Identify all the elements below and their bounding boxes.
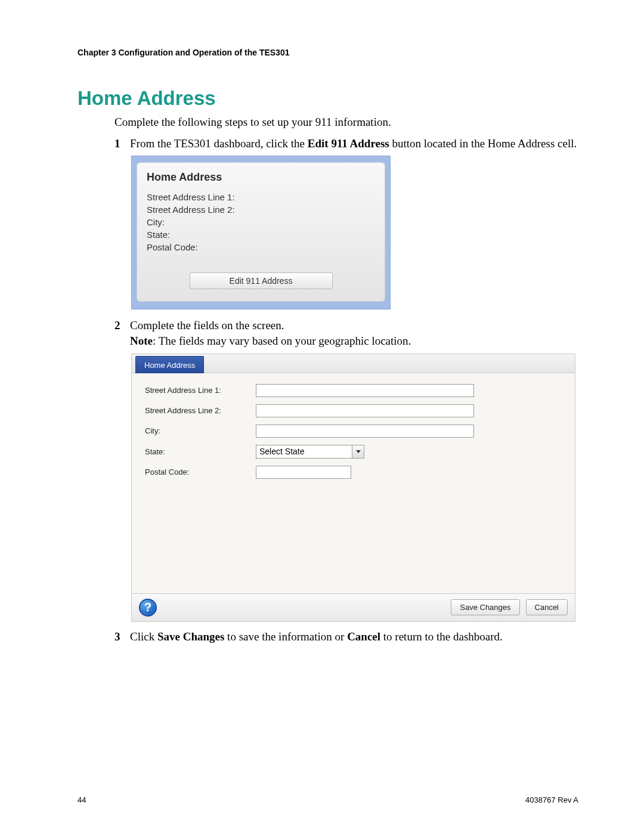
state-selected-value: Select State	[259, 447, 305, 456]
chevron-down-icon	[352, 445, 364, 458]
card-street2-label: Street Address Line 2:	[147, 205, 375, 215]
home-address-card-screenshot: Home Address Street Address Line 1: Stre…	[131, 156, 391, 309]
step-1: 1 From the TES301 dashboard, click the E…	[114, 136, 578, 151]
form-body: Street Address Line 1: Street Address Li…	[132, 373, 575, 593]
footer-buttons: Save Changes Cancel	[451, 599, 568, 615]
label-state: State:	[145, 447, 256, 456]
step3-post: to return to the dashboard.	[380, 630, 503, 643]
step-2: 2 Complete the fields on the screen. Not…	[114, 318, 578, 348]
doc-revision: 4038767 Rev A	[525, 795, 578, 804]
label-street2: Street Address Line 2:	[145, 406, 256, 415]
step3-mid: to save the information or	[224, 630, 347, 643]
row-street1: Street Address Line 1:	[145, 384, 564, 397]
row-street2: Street Address Line 2:	[145, 404, 564, 417]
card-city-label: City:	[147, 217, 375, 227]
tab-home-address[interactable]: Home Address	[135, 356, 204, 373]
step-number: 3	[114, 629, 130, 645]
card-inner: Home Address Street Address Line 1: Stre…	[137, 162, 385, 302]
row-state: State: Select State	[145, 445, 564, 459]
card-postal-label: Postal Code:	[147, 242, 375, 252]
row-city: City:	[145, 425, 564, 438]
step-number: 1	[114, 136, 130, 151]
step3-pre: Click	[130, 630, 157, 643]
cancel-button[interactable]: Cancel	[526, 599, 568, 615]
section-title: Home Address	[78, 87, 578, 110]
save-changes-button[interactable]: Save Changes	[451, 599, 519, 615]
card-street1-label: Street Address Line 1:	[147, 192, 375, 202]
label-city: City:	[145, 426, 256, 435]
card-title: Home Address	[147, 171, 375, 184]
label-postal: Postal Code:	[145, 467, 256, 476]
step3-bold2: Cancel	[347, 630, 380, 643]
postal-input[interactable]	[256, 466, 351, 479]
edit-911-address-button[interactable]: Edit 911 Address	[190, 272, 333, 289]
step-number: 2	[114, 318, 130, 348]
form-tabbar: Home Address	[132, 354, 575, 373]
chapter-header: Chapter 3 Configuration and Operation of…	[78, 48, 578, 57]
step1-pre: From the TES301 dashboard, click the	[130, 137, 308, 150]
step1-post: button located in the Home Address cell.	[389, 137, 577, 150]
form-footer: ? Save Changes Cancel	[132, 593, 575, 621]
city-input[interactable]	[256, 425, 474, 438]
step1-bold: Edit 911 Address	[308, 137, 389, 150]
label-street1: Street Address Line 1:	[145, 386, 256, 395]
street1-input[interactable]	[256, 384, 474, 397]
state-select[interactable]: Select State	[256, 445, 364, 459]
section-intro: Complete the following steps to set up y…	[114, 114, 578, 130]
street2-input[interactable]	[256, 404, 474, 417]
step-3: 3 Click Save Changes to save the informa…	[114, 629, 578, 645]
page-footer: 44 4038767 Rev A	[78, 795, 578, 804]
step-body: Complete the fields on the screen. Note:…	[130, 318, 578, 348]
note-label: Note	[130, 335, 153, 347]
step3-bold1: Save Changes	[157, 630, 224, 643]
step-body: From the TES301 dashboard, click the Edi…	[130, 136, 578, 151]
home-address-form-screenshot: Home Address Street Address Line 1: Stre…	[131, 354, 575, 622]
step-body: Click Save Changes to save the informati…	[130, 629, 578, 645]
step2-line1: Complete the fields on the screen.	[130, 319, 284, 332]
help-icon[interactable]: ?	[139, 599, 157, 617]
card-state-label: State:	[147, 230, 375, 240]
page-number: 44	[78, 795, 86, 804]
note-text: : The fields may vary based on your geog…	[153, 335, 411, 347]
row-postal: Postal Code:	[145, 466, 564, 479]
